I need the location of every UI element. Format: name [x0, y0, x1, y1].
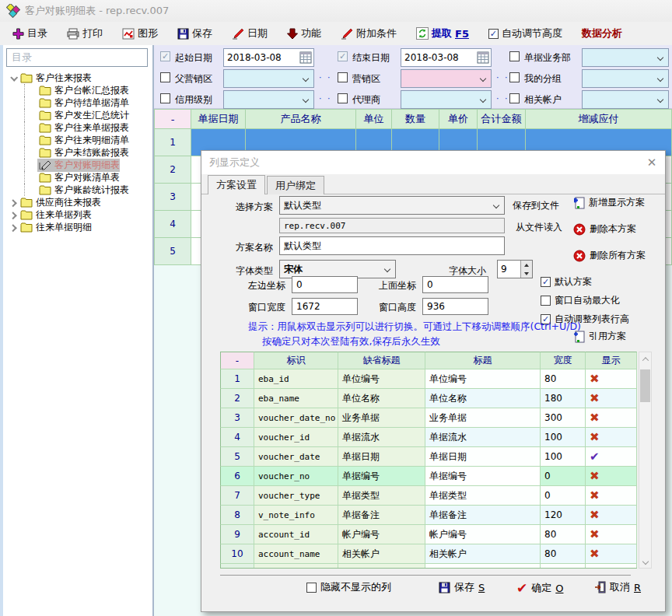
hidden-x-icon[interactable]: ✖ — [590, 547, 600, 561]
scheme-name-input[interactable]: 默认类型 — [279, 236, 505, 255]
chevron-right-icon[interactable] — [9, 224, 16, 232]
grid-cell[interactable] — [541, 564, 586, 569]
default-scheme-checkbox[interactable]: ✓默认方案 — [541, 275, 592, 289]
more-dots[interactable]: · · — [319, 72, 332, 82]
hidden-x-icon[interactable]: ✖ — [590, 527, 600, 541]
scheme-select-dropdown[interactable]: 默认类型 — [279, 196, 505, 215]
column-header[interactable]: 增减应付 — [526, 109, 672, 129]
sidebar-item[interactable]: 客户待结单据清单 — [3, 96, 154, 109]
column-header[interactable]: - — [220, 352, 254, 369]
scroll-thumb[interactable] — [640, 369, 650, 402]
grid-cell[interactable]: account_id — [254, 525, 338, 544]
column-header[interactable]: 单据日期 — [191, 109, 246, 129]
grid-cell[interactable]: ✖ — [586, 544, 637, 564]
table-row[interactable]: 5voucher_date单据日期单据日期100✔ — [220, 447, 637, 467]
sidebar-item[interactable]: 往来单据明细 — [3, 221, 154, 233]
row-number[interactable]: 5 — [154, 238, 191, 265]
font-size-spinner[interactable]: 9 — [497, 260, 533, 278]
table-row[interactable]: 9account_id帐户编号帐户编号80✖ — [220, 525, 637, 544]
ref-scheme-button[interactable]: 引用方案 — [573, 330, 626, 343]
more-dots[interactable]: · · — [496, 72, 509, 82]
grid-cell[interactable]: voucher_date — [254, 447, 338, 467]
agent-checkbox[interactable] — [338, 93, 348, 103]
grid-cell[interactable]: ✖ — [586, 369, 637, 389]
grid-cell[interactable]: 80 — [541, 369, 586, 389]
row-number[interactable]: 9 — [220, 525, 254, 544]
group-dropdown[interactable] — [582, 69, 669, 88]
grid-cell[interactable]: voucher_id — [254, 428, 338, 447]
row-number[interactable]: 1 — [154, 129, 191, 156]
grid-cell[interactable]: ✖ — [586, 389, 637, 408]
dialog-save-button[interactable]: 保存S — [439, 580, 485, 594]
auto-height-checkbox[interactable]: ✓ 自动调节高度 — [488, 26, 562, 40]
table-row[interactable]: 7voucher_type单据类型单据类型0✖ — [220, 486, 637, 506]
credit-dropdown[interactable] — [223, 90, 314, 109]
grid-cell[interactable]: voucher_type — [254, 486, 338, 506]
delete-all-schemes-button[interactable]: 删除所有方案 — [573, 249, 646, 262]
table-row[interactable]: 1eba_id单位编号单位编号80✖ — [220, 369, 637, 389]
print-button[interactable]: 打印 — [67, 26, 103, 40]
grid-cell[interactable]: ✖ — [586, 408, 637, 428]
grid-cell[interactable]: 80 — [541, 544, 586, 564]
chevron-down-icon[interactable] — [10, 73, 18, 81]
sidebar-item[interactable]: 供应商往来报表 — [3, 196, 154, 208]
row-number[interactable]: 4 — [154, 211, 191, 238]
agent-dropdown[interactable] — [401, 90, 492, 109]
grid-cell[interactable]: 单据流水 — [338, 428, 425, 447]
read-from-file-button[interactable]: 从文件读入 — [516, 221, 562, 234]
column-header[interactable]: 单价 — [439, 109, 478, 129]
grid-cell[interactable]: 单据日期 — [425, 447, 541, 467]
group-checkbox[interactable] — [509, 72, 520, 82]
function-button[interactable]: 功能 — [287, 26, 321, 40]
grid-cell[interactable]: 单据备注 — [338, 506, 425, 525]
grid-cell[interactable]: 单位名称 — [425, 389, 541, 408]
column-header[interactable]: 数量 — [392, 109, 439, 129]
grid-cell[interactable]: 相关帐户 — [425, 544, 541, 564]
account-dropdown[interactable] — [582, 90, 669, 109]
grid-cell[interactable]: 单据类型 — [338, 486, 425, 506]
table-row[interactable]: 2eba_name单位名称单位名称180✖ — [220, 389, 637, 408]
save-to-file-button[interactable]: 保存到文件 — [513, 199, 559, 212]
row-number[interactable]: 3 — [220, 408, 254, 428]
row-number[interactable]: 4 — [220, 428, 254, 447]
column-header[interactable]: 显示 — [586, 352, 637, 369]
extra-condition-button[interactable]: 附加条件 — [341, 26, 397, 40]
delete-scheme-button[interactable]: 删除本方案 — [573, 222, 636, 236]
grid-cell[interactable]: 单位编号 — [338, 369, 425, 389]
grid-cell[interactable]: eba_id — [254, 369, 338, 389]
sidebar-item[interactable]: 客户台帐汇总报表 — [3, 84, 154, 96]
grid-cell[interactable]: 单据类型 — [425, 486, 541, 506]
grid-cell[interactable]: 单据编号 — [425, 467, 541, 486]
row-number[interactable]: 7 — [220, 486, 254, 506]
table-row[interactable]: 10account_name相关帐户相关帐户80✖ — [220, 544, 637, 564]
window-width-input[interactable]: 1672 — [292, 298, 358, 315]
hidden-x-icon[interactable]: ✖ — [590, 430, 600, 444]
grid-cell[interactable]: 帐户编号 — [338, 525, 425, 544]
chart-button[interactable]: 图形 — [122, 26, 158, 40]
sidebar-item[interactable]: 客户未结账龄报表 — [3, 146, 154, 159]
grid-cell[interactable]: 业务单据 — [338, 408, 425, 428]
tab-user-binding[interactable]: 用户绑定 — [267, 176, 324, 194]
shown-check-icon[interactable]: ✔ — [590, 450, 600, 464]
dept-dropdown[interactable] — [582, 48, 669, 67]
calendar-icon[interactable] — [477, 51, 489, 64]
grid-cell[interactable]: 100 — [541, 428, 586, 447]
grid-cell[interactable]: 80 — [541, 525, 586, 544]
parent-region-checkbox[interactable] — [160, 72, 170, 82]
date-button[interactable]: 日期 — [232, 26, 268, 40]
grid-cell[interactable]: ✖ — [586, 525, 637, 544]
grid-cell[interactable]: ✖ — [586, 486, 637, 506]
column-header[interactable]: 宽度 — [541, 352, 586, 369]
grid-cell[interactable]: ✖ — [586, 428, 637, 447]
hidden-x-icon[interactable]: ✖ — [590, 469, 600, 483]
spin-down-button[interactable] — [521, 269, 532, 278]
row-number[interactable]: 2 — [220, 389, 254, 408]
scroll-down-button[interactable] — [639, 555, 651, 568]
dialog-ok-button[interactable]: ✔ 确定O — [516, 580, 563, 596]
row-number[interactable]: 1 — [220, 369, 254, 389]
row-number[interactable]: 5 — [220, 447, 254, 467]
catalog-button[interactable]: 目录 — [12, 26, 47, 40]
grid-cell[interactable]: 帐户编号 — [425, 525, 541, 544]
grid-cell[interactable]: 180 — [541, 389, 586, 408]
start-date-checkbox[interactable]: ✓ — [160, 51, 170, 61]
